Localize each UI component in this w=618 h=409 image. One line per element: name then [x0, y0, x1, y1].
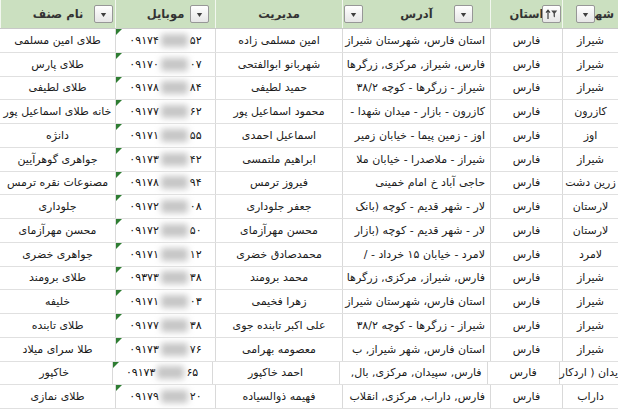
cell-address[interactable]: حاجی آباد خ امام خمینی: [342, 172, 490, 195]
cell-city[interactable]: یدان ( اردکار: [559, 362, 618, 385]
cell-address[interactable]: فارس, شیراز, مرکزی, زرگرها: [342, 267, 490, 290]
cell-manager[interactable]: محمد برومند: [215, 267, 342, 290]
column-header-manager[interactable]: مدیریت: [215, 0, 342, 28]
cell-manager[interactable]: امین مسلمی زاده: [215, 29, 342, 52]
cell-manager[interactable]: حمید لطیفی: [215, 77, 342, 100]
cell-address[interactable]: استان فارس، شهرستان شیراز: [342, 29, 490, 52]
cell-city[interactable]: شیراز: [562, 53, 618, 76]
cell-manager[interactable]: فیروز ترمس: [215, 172, 342, 195]
cell-mobile[interactable]: ۰۹۱۷۳۷۶: [115, 338, 215, 361]
cell-address[interactable]: شیراز - ملاصدرا - خیابان ملا: [342, 148, 490, 171]
cell-province[interactable]: فارس: [487, 362, 559, 385]
cell-address[interactable]: لار - شهر قدیم - کوچه (بازار: [342, 219, 490, 242]
cell-shop[interactable]: جواهری گوهرآیین: [0, 148, 115, 171]
cell-address[interactable]: استان فارس، شهرستان شیراز: [342, 290, 490, 313]
cell-mobile[interactable]: ۰۹۱۷۲۰۸: [115, 195, 215, 218]
cell-city[interactable]: شیراز: [562, 338, 618, 361]
cell-mobile[interactable]: ۰۹۱۷۷۶۲: [115, 100, 215, 123]
cell-shop[interactable]: دانژه: [0, 124, 115, 147]
cell-address[interactable]: فارس, سپیدان, مرکزی, بال,: [339, 362, 487, 385]
filter-button-city[interactable]: ▼: [576, 5, 595, 23]
cell-mobile[interactable]: ۰۹۱۷۴۵۲: [115, 29, 215, 52]
cell-city[interactable]: شیراز: [562, 77, 618, 100]
cell-shop[interactable]: طلای نمازی: [0, 385, 115, 408]
filter-button-address[interactable]: ▼: [454, 5, 473, 23]
cell-address[interactable]: شیراز - زرگرها - کوچه ۳۸/۲: [342, 77, 490, 100]
cell-city[interactable]: شیراز: [562, 267, 618, 290]
cell-shop[interactable]: خلیفه: [0, 290, 115, 313]
cell-mobile[interactable]: ۰۹۱۷۱۵۵: [115, 124, 215, 147]
cell-city[interactable]: لارستان: [562, 195, 618, 218]
cell-city[interactable]: شیراز: [562, 29, 618, 52]
cell-mobile[interactable]: ۰۹۱۷۳۴۲: [115, 148, 215, 171]
cell-province[interactable]: فارس: [490, 195, 562, 218]
cell-manager[interactable]: اسماعیل احمدی: [215, 124, 342, 147]
cell-shop[interactable]: خاکپور: [0, 362, 112, 385]
cell-address[interactable]: لامرد - خیابان ۱۵ خرداد - /: [342, 243, 490, 266]
cell-shop[interactable]: طلا سرای میلاد: [0, 338, 115, 361]
cell-manager[interactable]: فهیمه ذوالسیاده: [215, 385, 342, 408]
cell-shop[interactable]: خانه طلای اسماعیل پور: [0, 100, 115, 123]
cell-mobile[interactable]: ۰۹۱۷۹۲۰: [115, 385, 215, 408]
cell-province[interactable]: فارس: [490, 267, 562, 290]
cell-province[interactable]: فارس: [490, 338, 562, 361]
cell-address[interactable]: استان فارس, شهر شیراز, ب: [342, 338, 490, 361]
cell-province[interactable]: فارس: [490, 124, 562, 147]
cell-province[interactable]: فارس: [490, 243, 562, 266]
cell-address[interactable]: لار - شهر قدیم - کوچه (بانک: [342, 195, 490, 218]
filter-button-mobile[interactable]: ▼: [190, 5, 209, 23]
cell-manager[interactable]: احمد خاکپور: [212, 362, 339, 385]
cell-manager[interactable]: معصومه بهرامی: [215, 338, 342, 361]
cell-shop[interactable]: طلای لطیفی: [0, 77, 115, 100]
cell-city[interactable]: کازرون: [562, 100, 618, 123]
cell-mobile[interactable]: ۰۹۱۷۱۱۲: [115, 243, 215, 266]
cell-shop[interactable]: مصنوعات نقره ترمس: [0, 172, 115, 195]
cell-manager[interactable]: ابراهیم ملتمسی: [215, 148, 342, 171]
cell-province[interactable]: فارس: [490, 29, 562, 52]
cell-mobile[interactable]: ۰۹۱۷۸۸۴: [115, 77, 215, 100]
cell-address[interactable]: فارس, شیراز, مرکزی, زرگرها: [342, 53, 490, 76]
cell-mobile[interactable]: ۰۹۳۷۳۳۸: [115, 267, 215, 290]
cell-manager[interactable]: محمدصادق خضری: [215, 243, 342, 266]
cell-manager[interactable]: علی اکبر تابنده جوی: [215, 314, 342, 337]
cell-city[interactable]: زرین دشت: [562, 172, 618, 195]
filter-button-province-sorted[interactable]: [542, 5, 561, 23]
cell-mobile[interactable]: ۰۹۱۷۸۹۴: [115, 172, 215, 195]
cell-shop[interactable]: جلوداری: [0, 195, 115, 218]
cell-mobile[interactable]: ۰۹۱۷۰۰۷: [115, 53, 215, 76]
cell-address[interactable]: شیراز - زرگرها - کوچه ۳۸/۲: [342, 314, 490, 337]
cell-shop[interactable]: طلای امین مسلمی: [0, 29, 115, 52]
cell-shop[interactable]: طلای تابنده: [0, 314, 115, 337]
cell-mobile[interactable]: ۰۹۱۷۷۳۸: [115, 314, 215, 337]
cell-province[interactable]: فارس: [490, 290, 562, 313]
cell-province[interactable]: فارس: [490, 314, 562, 337]
cell-address[interactable]: کازرون - بازار - میدان شهدا -: [342, 100, 490, 123]
cell-manager[interactable]: محمود اسماعیل پور: [215, 100, 342, 123]
cell-manager[interactable]: شهربانو ابوالفتحی: [215, 53, 342, 76]
cell-province[interactable]: فارس: [490, 219, 562, 242]
cell-city[interactable]: شیراز: [562, 290, 618, 313]
cell-mobile[interactable]: ۰۹۱۷۱۰۳: [115, 290, 215, 313]
cell-province[interactable]: فارس: [490, 100, 562, 123]
cell-city[interactable]: لامرد: [562, 243, 618, 266]
filter-button-shop[interactable]: ▼: [94, 5, 113, 23]
cell-city[interactable]: اوز: [562, 124, 618, 147]
cell-city[interactable]: داراب: [562, 385, 618, 408]
cell-shop[interactable]: جواهری خضری: [0, 243, 115, 266]
filter-button-manager[interactable]: ▼: [344, 5, 363, 23]
cell-province[interactable]: فارس: [490, 385, 562, 408]
cell-manager[interactable]: محسن مهرآزمای: [215, 219, 342, 242]
cell-address[interactable]: اوز - زمین پیما - خیابان زمیر: [342, 124, 490, 147]
cell-province[interactable]: فارس: [490, 53, 562, 76]
cell-manager[interactable]: جعفر جلوداری: [215, 195, 342, 218]
cell-shop[interactable]: طلای برومند: [0, 267, 115, 290]
cell-city[interactable]: شیراز: [562, 148, 618, 171]
cell-province[interactable]: فارس: [490, 77, 562, 100]
cell-mobile[interactable]: ۰۹۱۷۳۶۵: [112, 362, 212, 385]
cell-manager[interactable]: زهرا فخیمی: [215, 290, 342, 313]
cell-address[interactable]: فارس, داراب, مرکزی, انقلاب: [342, 385, 490, 408]
cell-city[interactable]: شیراز: [562, 314, 618, 337]
cell-province[interactable]: فارس: [490, 172, 562, 195]
cell-city[interactable]: لارستان: [562, 219, 618, 242]
cell-shop[interactable]: محسن مهرآزمای: [0, 219, 115, 242]
